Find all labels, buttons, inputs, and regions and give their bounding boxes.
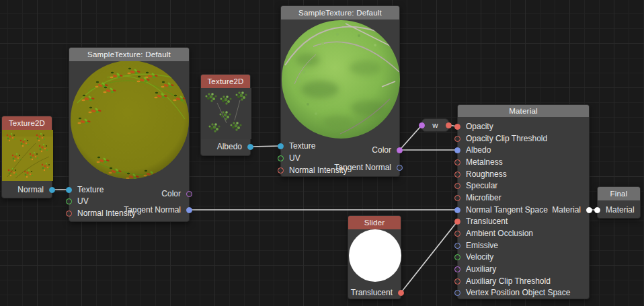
material-input-auxiliary-clip-threshold: Auxiliary Clip Threshold [458, 276, 551, 286]
material-input-normal-tangent-space: Normal Tangent Space [458, 204, 548, 215]
material-input-roughness: Roughness [458, 169, 507, 180]
node-header[interactable]: Texture2D [2, 116, 52, 130]
port-velocity[interactable] [454, 254, 460, 260]
port-tangent-normal-output[interactable] [186, 207, 192, 213]
port-emissive[interactable] [454, 243, 460, 249]
port-label-texture: Texture [77, 185, 104, 194]
node-header[interactable]: Texture2D [201, 75, 250, 88]
material-input-auxiliary: Auxiliary [458, 264, 496, 274]
node-final[interactable]: Final Material [597, 186, 641, 219]
port-translucent[interactable] [454, 219, 460, 225]
port-label: Specular [466, 181, 497, 190]
port-uv-input[interactable] [278, 155, 284, 161]
material-input-vertex-position-object-space: Vertex Position Object Space [458, 287, 570, 298]
node-sampletexture-albedo[interactable]: SampleTexture: Default [280, 5, 400, 177]
port-uv-input[interactable] [66, 198, 72, 204]
output-row-normal: Normal [17, 184, 52, 195]
port-vertex-position-object-space[interactable] [454, 290, 460, 296]
port-label: Auxiliary [466, 264, 496, 274]
port-label: Translucent [466, 217, 508, 226]
input-row-texture: Texture [281, 141, 315, 151]
port-microfiber[interactable] [454, 195, 460, 201]
output-row-albedo: Albedo [217, 141, 250, 152]
material-output-row: Material [552, 204, 589, 215]
port-label: Microfiber [466, 193, 501, 202]
port-albedo-output[interactable] [247, 144, 253, 150]
node-header[interactable]: SampleTexture: Default [281, 6, 399, 20]
material-input-albedo: Albedo [458, 145, 491, 155]
port-normal-tangent-space[interactable] [454, 207, 460, 213]
port-auxiliary-clip-threshold[interactable] [454, 278, 460, 284]
node-header[interactable]: Slider [348, 216, 401, 229]
texture-preview-normal-map [2, 130, 53, 181]
material-input-translucent: Translucent [458, 216, 508, 227]
port-opacity[interactable] [454, 124, 460, 130]
port-label-material-output: Material [552, 205, 581, 215]
port-label: Opacity [466, 122, 493, 131]
material-input-velocity: Velocity [458, 252, 493, 262]
port-roughness[interactable] [454, 171, 460, 178]
port-label: Velocity [466, 252, 493, 262]
texture-preview-albedo-map [201, 88, 251, 139]
output-row-color: Color [161, 188, 189, 199]
port-label-translucent: Translucent [351, 288, 393, 297]
material-input-emissive: Emissive [458, 240, 498, 251]
node-sampletexture-normal[interactable]: SampleTexture: Default [69, 47, 190, 222]
port-texture-input[interactable] [278, 143, 284, 149]
port-swizzle-output[interactable] [446, 122, 452, 128]
port-color-output[interactable] [397, 147, 403, 153]
port-label: Emissive [466, 241, 498, 250]
port-label-tangent-normal: Tangent Normal [124, 205, 181, 215]
port-label-uv: UV [289, 153, 300, 163]
output-row-tangent-normal: Tangent Normal [124, 204, 189, 215]
node-material[interactable]: Material Opacity Opacity Clip Threshold … [457, 104, 590, 299]
node-texture2d-normal[interactable]: Texture2D Normal [1, 116, 52, 198]
port-ambient-occlusion[interactable] [454, 231, 460, 237]
port-label: Opacity Clip Threshold [466, 134, 547, 143]
port-label-tangent-normal: Tangent Normal [334, 163, 391, 172]
port-label-material: Material [606, 205, 635, 215]
material-input-opacity-clip-threshold: Opacity Clip Threshold [458, 133, 547, 144]
final-input-material: Material [598, 204, 635, 215]
port-specular[interactable] [454, 183, 460, 189]
port-normal-intensity-input[interactable] [66, 211, 72, 217]
port-tangent-normal-output[interactable] [397, 165, 403, 171]
port-label: Ambient Occlusion [466, 229, 533, 238]
sphere-preview-normal [69, 61, 190, 186]
shader-graph-canvas[interactable]: Texture2D Normal SampleTexture: Def [0, 0, 644, 306]
port-color-output[interactable] [186, 191, 192, 197]
port-label-albedo: Albedo [217, 142, 242, 151]
node-swizzle-w[interactable]: w [421, 118, 449, 132]
input-row-uv: UV [69, 196, 89, 206]
port-material-output[interactable] [586, 207, 592, 213]
input-row-texture: Texture [69, 184, 104, 195]
port-label: Roughness [466, 169, 507, 179]
node-header[interactable]: Final [598, 187, 640, 200]
port-label: Auxiliary Clip Threshold [466, 276, 551, 286]
port-opacity-clip-threshold[interactable] [454, 136, 460, 142]
port-normal-output[interactable] [49, 187, 55, 193]
output-row-tangent-normal: Tangent Normal [334, 162, 399, 173]
port-translucent-output[interactable] [398, 290, 404, 296]
port-swizzle-input[interactable] [419, 122, 425, 128]
port-label-uv: UV [77, 196, 89, 206]
port-auxiliary[interactable] [454, 266, 460, 272]
output-row-translucent: Translucent [351, 287, 401, 298]
port-texture-input[interactable] [66, 187, 72, 193]
port-label: Vertex Position Object Space [466, 288, 570, 297]
port-label-color: Color [161, 189, 181, 198]
port-final-material-input[interactable] [594, 207, 600, 213]
node-slider[interactable]: Slider Translucent [348, 215, 401, 299]
port-label-texture: Texture [289, 141, 315, 151]
node-header[interactable]: Material [458, 105, 589, 117]
slider-value-preview [348, 229, 402, 284]
port-label-normal: Normal [17, 185, 44, 194]
port-metalness[interactable] [454, 159, 460, 165]
material-input-ambient-occlusion: Ambient Occlusion [458, 228, 533, 239]
node-header[interactable]: SampleTexture: Default [69, 48, 189, 61]
port-albedo[interactable] [454, 147, 460, 153]
port-normal-intensity-input[interactable] [278, 167, 284, 174]
node-texture2d-albedo[interactable]: Texture2D Albedo [200, 74, 251, 156]
port-label: Normal Tangent Space [466, 205, 548, 215]
material-input-microfiber: Microfiber [458, 192, 501, 203]
